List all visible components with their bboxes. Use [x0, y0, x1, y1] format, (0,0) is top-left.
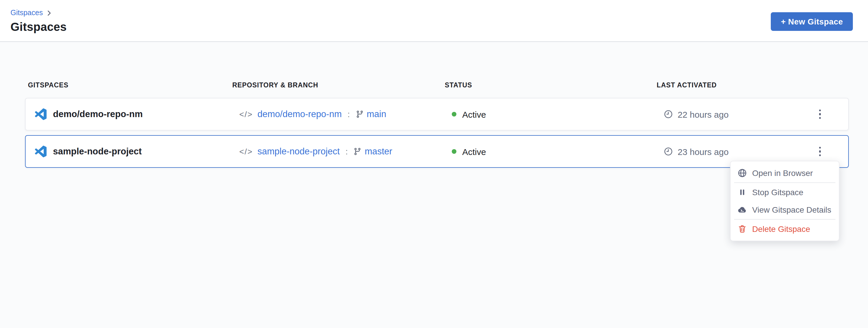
- menu-divider: [734, 219, 835, 220]
- main-content: GITSPACES REPOSITORY & BRANCH STATUS LAS…: [0, 42, 868, 168]
- column-header-last-activated: LAST ACTIVATED: [657, 82, 785, 89]
- table-row[interactable]: demo/demo-repo-nm </> demo/demo-repo-nm …: [25, 98, 849, 130]
- pause-icon: [738, 187, 747, 197]
- column-header-gitspaces: GITSPACES: [28, 82, 232, 89]
- breadcrumb-link-gitspaces[interactable]: Gitspaces: [10, 9, 43, 17]
- chevron-right-icon: [46, 10, 52, 16]
- menu-item-delete-gitspace[interactable]: Delete Gitspace: [731, 220, 839, 238]
- branch-link[interactable]: master: [365, 146, 392, 157]
- page-title: Gitspaces: [10, 20, 853, 34]
- row-actions-menu-button[interactable]: [813, 143, 827, 159]
- globe-icon: [738, 168, 747, 178]
- clock-icon: [664, 110, 673, 119]
- status-dot-active: [452, 112, 457, 117]
- status-badge: Active: [462, 147, 486, 156]
- last-activated-text: 22 hours ago: [678, 109, 728, 119]
- gitspaces-page: Gitspaces Gitspaces + New Gitspace GITSP…: [0, 0, 868, 328]
- repository-link[interactable]: sample-node-project: [258, 146, 340, 157]
- status-badge: Active: [462, 109, 486, 119]
- menu-item-view-gitspace-details[interactable]: View Gitspace Details: [731, 201, 839, 218]
- repo-branch-separator: :: [344, 147, 349, 156]
- branch-link[interactable]: main: [367, 109, 386, 119]
- trash-icon: [738, 224, 747, 234]
- cloud-details-icon: [738, 205, 747, 214]
- last-activated-text: 23 hours ago: [678, 147, 728, 156]
- code-icon: </>: [239, 110, 253, 119]
- menu-item-label: Delete Gitspace: [752, 224, 810, 234]
- menu-divider: [734, 182, 835, 183]
- menu-item-open-in-browser[interactable]: Open in Browser: [731, 164, 839, 182]
- code-icon: </>: [239, 147, 253, 156]
- git-branch-icon: [354, 147, 362, 155]
- column-header-status: STATUS: [445, 82, 657, 89]
- menu-item-label: View Gitspace Details: [752, 205, 831, 214]
- column-header-repository-branch: REPOSITORY & BRANCH: [232, 82, 445, 89]
- table-header-row: GITSPACES REPOSITORY & BRANCH STATUS LAS…: [25, 82, 849, 89]
- menu-item-label: Stop Gitspace: [752, 187, 803, 197]
- table-row-selected[interactable]: sample-node-project </> sample-node-proj…: [25, 135, 849, 168]
- vscode-icon: [35, 108, 46, 120]
- status-dot-active: [452, 149, 457, 154]
- new-gitspace-button[interactable]: + New Gitspace: [771, 12, 853, 31]
- repo-branch-separator: :: [346, 110, 351, 119]
- git-branch-icon: [356, 110, 364, 118]
- clock-icon: [664, 147, 673, 156]
- gitspace-name: demo/demo-repo-nm: [53, 109, 143, 119]
- page-header: Gitspaces Gitspaces + New Gitspace: [0, 0, 868, 42]
- row-actions-context-menu: Open in Browser Stop Gitspace View Gitsp…: [730, 161, 839, 241]
- breadcrumb: Gitspaces: [10, 8, 853, 18]
- repository-link[interactable]: demo/demo-repo-nm: [258, 109, 342, 119]
- vscode-icon: [35, 146, 46, 157]
- menu-item-stop-gitspace[interactable]: Stop Gitspace: [731, 183, 839, 201]
- row-actions-menu-button[interactable]: [813, 106, 827, 122]
- gitspaces-list: demo/demo-repo-nm </> demo/demo-repo-nm …: [25, 98, 849, 168]
- gitspace-name: sample-node-project: [53, 146, 142, 157]
- menu-item-label: Open in Browser: [752, 168, 813, 178]
